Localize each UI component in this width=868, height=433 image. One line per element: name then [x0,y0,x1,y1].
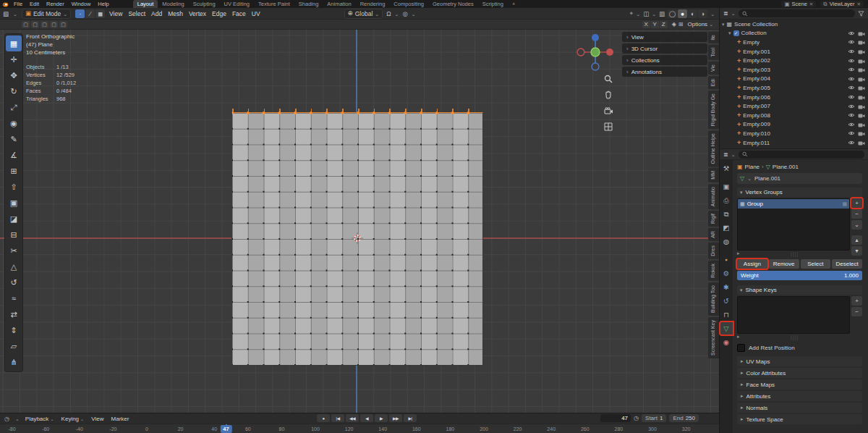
transport-next-keyframe[interactable]: ▶▶ [389,414,402,422]
overlays-toggle-icon[interactable]: ◫ [643,10,649,17]
sidebar-tab[interactable]: Vie [708,62,719,75]
workspace-tab[interactable]: Animation [323,0,355,8]
tool-move[interactable]: ✥ [6,67,22,83]
visibility-eye-icon[interactable] [848,39,855,45]
mesh-plane[interactable] [231,112,483,366]
tool-rip-region[interactable]: ⋔ [6,354,22,370]
properties-tab-render[interactable]: ▣ [720,180,733,193]
outliner-item-empty[interactable]: Empty.004 [720,75,868,84]
sidebar-tab[interactable]: Outline Helpe [708,130,719,167]
mesh-name-field[interactable]: Plane.001 [754,175,780,182]
viewlayer-selector[interactable]: ViewLayer [820,1,864,7]
outliner-editor-icon[interactable] [723,10,728,17]
render-camera-icon[interactable] [858,104,865,109]
render-camera-icon[interactable] [858,30,865,36]
collapsed-panel-header[interactable]: Color Attributes [737,368,862,378]
sidebar-tab[interactable]: Tool [708,45,719,60]
disclosure-triangle-icon[interactable] [728,30,731,36]
collapsed-panel-header[interactable]: Face Maps [737,379,862,390]
visibility-eye-icon[interactable] [848,140,855,146]
vgroup-button-deselect[interactable]: Deselect [832,259,862,269]
panel-resize-grip[interactable] [740,335,850,340]
outliner-search-input[interactable] [749,10,851,17]
transport-prev-keyframe[interactable]: ◀◀ [346,414,359,422]
sidebar-tab[interactable]: Dres [708,243,719,259]
timeline-menu[interactable]: Keying [61,416,85,422]
overlay-panel-header[interactable]: 3D Cursor [622,43,707,54]
gizmo-axis-x-pos[interactable] [606,49,613,56]
vgroup-button-select[interactable]: Select [801,259,831,269]
snap-magnet-icon[interactable]: Ω [386,10,391,17]
workspace-tab[interactable]: Scripting [478,0,508,8]
render-camera-icon[interactable] [858,140,865,146]
workspace-tab[interactable]: + [508,0,519,8]
transport-play[interactable]: ▶ [375,414,388,422]
sidebar-tab[interactable]: Rigid Body Ge [708,91,719,129]
timeline-menu[interactable]: Marker [111,416,129,422]
workspace-tab[interactable]: Rendering [356,0,390,8]
collection-toggle-5[interactable]: ▢ [59,21,67,28]
mirror-axis-button[interactable]: Y [651,21,659,28]
vgroup-button-assign[interactable]: Assign [737,259,767,269]
outliner-item-empty[interactable]: Empty.001 [720,47,868,56]
vgroup-op-move-down[interactable]: ▾ [851,246,862,256]
close-icon[interactable] [857,1,861,7]
disclosure-triangle-icon[interactable] [722,21,725,28]
tool-cursor[interactable]: ✛ [6,51,22,67]
sidebar-tab[interactable]: Rigif [708,211,719,227]
tool-rotate[interactable]: ↻ [6,83,22,99]
overlay-panel-header[interactable]: View [622,32,707,42]
proportional-editing-icon[interactable]: ◎ [402,10,407,17]
tool-loop-cut[interactable]: ⊟ [6,227,22,243]
properties-tab-modifiers[interactable]: ⚙ [720,267,733,279]
vgroup-op-add[interactable]: + [851,198,862,208]
gizmo-axis-z-pos[interactable] [592,34,599,41]
vertex-group-item[interactable]: Group [738,199,849,209]
viewport-menu[interactable]: Vertex [189,10,206,17]
timeline-menu[interactable]: View [91,416,103,422]
visibility-eye-icon[interactable] [848,94,855,100]
vertex-groups-panel-header[interactable]: Vertex Groups [737,188,862,197]
xray-toggle-icon[interactable]: ▥ [659,10,665,17]
mirror-axis-button[interactable]: Z [660,21,668,28]
properties-tab-object-data[interactable]: ▽ [720,322,733,335]
transport-auto-keying[interactable]: ● [317,414,330,422]
shading-solid[interactable]: ● [678,9,687,18]
sidebar-tab[interactable]: Ite [708,32,719,43]
tool-transform[interactable]: ◉ [6,115,22,131]
tool-inset-faces[interactable]: ▣ [6,195,22,211]
visibility-eye-icon[interactable] [848,76,855,82]
visibility-eye-icon[interactable] [848,30,855,36]
timeline-menu[interactable]: Playback [25,416,54,422]
visibility-eye-icon[interactable] [848,130,855,136]
properties-tab-view-layer[interactable]: ⧉ [720,208,733,220]
vgroup-button-remove[interactable]: Remove [769,259,799,269]
viewport-menu[interactable]: Add [151,10,162,17]
mode-dropdown[interactable]: Edit Mode [22,9,71,19]
current-frame-field[interactable]: 47 [600,414,631,422]
sidebar-tab[interactable]: Animatio [708,184,719,209]
editor-type-icon[interactable] [3,10,9,17]
shapekey-op-remove[interactable]: − [851,307,862,316]
sidebar-tab[interactable]: Rokok [708,261,719,281]
3d-viewport[interactable]: ▦✛✥↻⤢◉✎∡⊞⇧▣◪⊟✂△↺≈⇄⇕▱⋔ Front Orthographic… [0,30,719,413]
outliner-item-empty[interactable]: Empty.002 [720,56,868,65]
tool-annotate[interactable]: ✎ [6,131,22,147]
properties-tab-material[interactable]: ◉ [720,336,733,348]
shading-rendered[interactable]: ◑ [698,9,707,18]
tool-scale[interactable]: ⤢ [6,99,22,115]
render-camera-icon[interactable] [858,67,865,72]
gizmo-axis-z-neg[interactable] [592,63,599,70]
viewport-menu[interactable]: View [109,10,122,17]
tool-add-cube[interactable]: ⊞ [6,163,22,179]
outliner-item-empty[interactable]: Empty.010 [720,129,868,138]
workspace-tab[interactable]: Layout [133,0,158,8]
outliner-search[interactable] [739,9,855,17]
visibility-eye-icon[interactable] [848,85,855,91]
properties-search-input[interactable] [749,151,861,158]
breadcrumb-object[interactable]: Plane [745,164,760,170]
overlay-panel-header[interactable]: Collections [622,55,707,65]
tool-shear[interactable]: ▱ [6,338,22,354]
navigation-gizmo[interactable] [575,32,616,72]
orthographic-grid-icon[interactable] [603,121,614,133]
